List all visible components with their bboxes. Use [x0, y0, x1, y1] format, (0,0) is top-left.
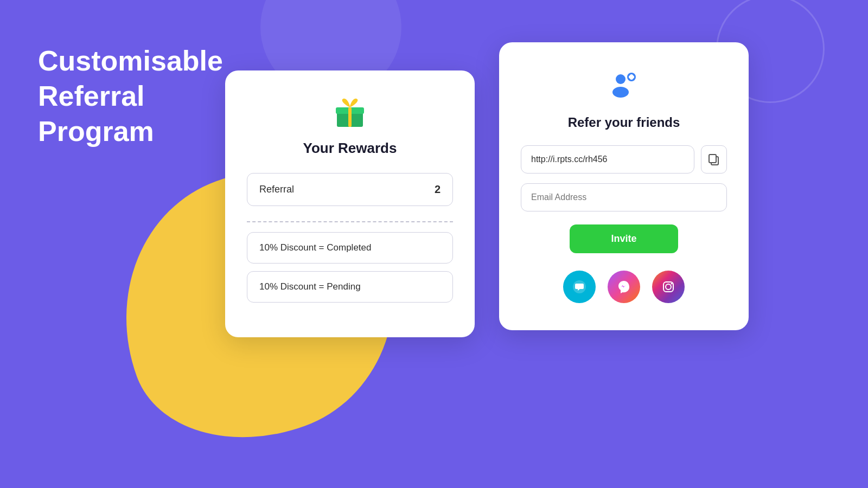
gift-icon	[333, 97, 367, 131]
svg-point-3	[616, 74, 626, 84]
svg-point-13	[671, 283, 673, 285]
instagram-share-button[interactable]	[652, 271, 685, 303]
svg-point-4	[612, 87, 629, 98]
svg-rect-9	[709, 155, 716, 163]
invite-button[interactable]: Invite	[570, 224, 678, 253]
link-row	[521, 145, 727, 174]
chat-share-button[interactable]	[563, 271, 596, 303]
svg-rect-2	[348, 107, 352, 127]
refer-card: Refer your friends Invite	[499, 42, 749, 330]
status-pending-label: 10% Discount = Pending	[259, 281, 361, 292]
referral-label: Referral	[259, 184, 294, 195]
referral-row: Referral 2	[247, 173, 453, 206]
status-pending-row: 10% Discount = Pending	[247, 271, 453, 303]
rewards-title: Your Rewards	[303, 140, 397, 157]
refer-friends-icon	[608, 68, 640, 107]
refer-title: Refer your friends	[568, 115, 680, 130]
copy-icon	[707, 153, 720, 166]
hero-line2: Referral	[38, 79, 223, 114]
svg-point-12	[666, 284, 671, 290]
email-input[interactable]	[521, 183, 727, 211]
svg-rect-7	[629, 75, 634, 79]
referral-link-input[interactable]	[521, 145, 694, 174]
rewards-card: Your Rewards Referral 2 10% Discount = C…	[225, 70, 475, 337]
status-completed-label: 10% Discount = Completed	[259, 242, 371, 253]
copy-link-button[interactable]	[701, 145, 727, 174]
hero-line3: Program	[38, 114, 223, 149]
status-completed-row: 10% Discount = Completed	[247, 232, 453, 264]
divider	[247, 221, 453, 222]
referral-count: 2	[435, 183, 441, 196]
hero-line1: Customisable	[38, 43, 223, 79]
hero-heading: Customisable Referral Program	[38, 43, 223, 149]
messenger-share-button[interactable]	[608, 271, 640, 303]
social-share-row	[563, 271, 685, 303]
